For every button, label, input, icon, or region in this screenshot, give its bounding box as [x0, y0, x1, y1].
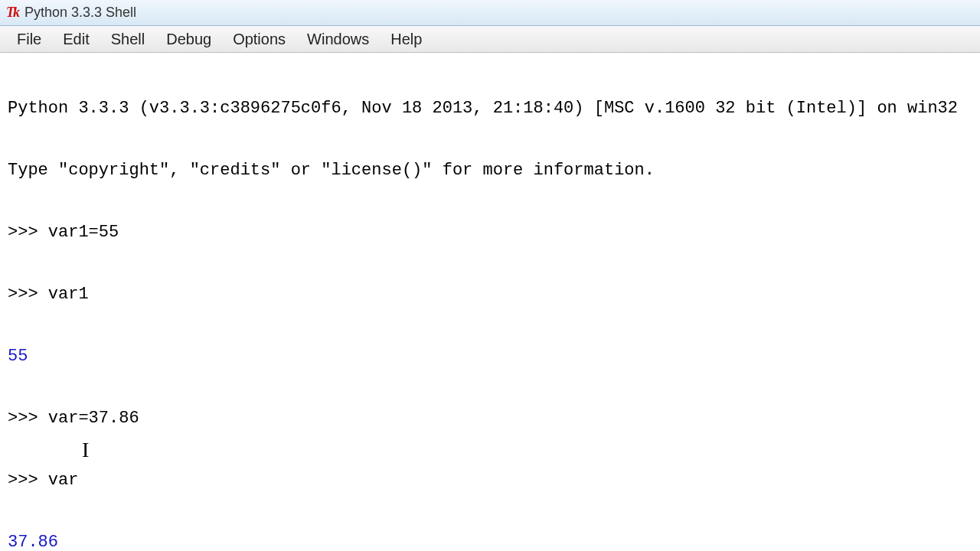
menu-file[interactable]: File [6, 26, 52, 53]
shell-header-line: Python 3.3.3 (v3.3.3:c3896275c0f6, Nov 1… [8, 98, 972, 119]
shell-content[interactable]: Python 3.3.3 (v3.3.3:c3896275c0f6, Nov 1… [0, 53, 980, 551]
menu-edit[interactable]: Edit [52, 26, 100, 53]
shell-line: >>> var [8, 470, 972, 491]
menu-options[interactable]: Options [222, 26, 296, 53]
tk-icon: Tk [6, 5, 18, 21]
menu-debug[interactable]: Debug [155, 26, 222, 53]
shell-line: >>> var=37.86 [8, 408, 972, 429]
shell-output: 37.86 [8, 532, 972, 551]
menu-windows[interactable]: Windows [296, 26, 380, 53]
menu-help[interactable]: Help [380, 26, 433, 53]
shell-output: 55 [8, 346, 972, 367]
menubar: File Edit Shell Debug Options Windows He… [0, 26, 980, 53]
shell-line: >>> var1 [8, 284, 972, 305]
menu-shell[interactable]: Shell [100, 26, 155, 53]
window-title: Python 3.3.3 Shell [24, 5, 136, 21]
shell-header-line: Type "copyright", "credits" or "license(… [8, 160, 972, 181]
shell-line: >>> var1=55 [8, 222, 972, 243]
titlebar: Tk Python 3.3.3 Shell [0, 0, 980, 26]
